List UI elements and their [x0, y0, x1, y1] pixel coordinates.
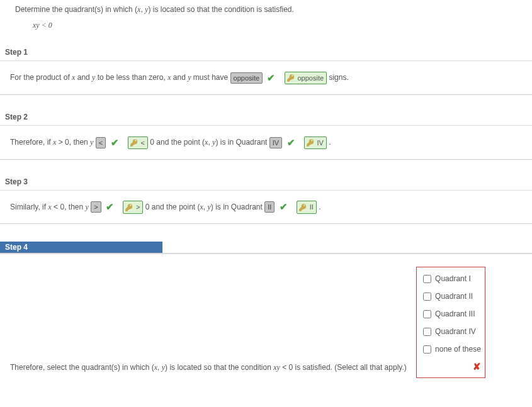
checkbox-quadrant-3[interactable] [423, 310, 431, 318]
key-icon [125, 203, 135, 213]
step2-answer1-key: < [128, 137, 148, 149]
option-quadrant-3[interactable]: Quadrant III [421, 305, 481, 323]
check-icon: ✔ [267, 70, 275, 86]
checkbox-quadrant-1[interactable] [423, 275, 431, 283]
check-icon: ✔ [280, 199, 288, 215]
option-label: Quadrant II [435, 289, 473, 304]
step-2-body: Therefore, if x > 0, then y < ✔ < 0 and … [0, 126, 532, 160]
step3-answer1-entered: > [91, 201, 101, 213]
option-quadrant-4[interactable]: Quadrant IV [421, 323, 481, 340]
step3-answer2-entered: II [264, 201, 274, 213]
key-icon [306, 138, 316, 148]
option-label: Quadrant IV [435, 324, 476, 339]
step-3-body: Similarly, if x < 0, then y > ✔ > 0 and … [0, 191, 532, 225]
option-quadrant-1[interactable]: Quadrant I [421, 270, 481, 287]
check-icon: ✔ [111, 135, 119, 150]
x-icon: ✘ [473, 361, 481, 372]
option-none[interactable]: none of these [421, 340, 481, 358]
step-1-heading: Step 1 [0, 48, 532, 61]
step3-answer1-key: > [123, 201, 143, 213]
step2-answer2-entered: IV [269, 137, 282, 148]
key-icon [286, 74, 297, 84]
prompt-text: Determine the quadrant(s) in which ( [15, 5, 137, 14]
check-icon: ✔ [106, 199, 114, 215]
option-quadrant-2[interactable]: Quadrant II [421, 287, 481, 305]
option-label: Quadrant III [435, 306, 475, 321]
incorrect-mark-row: ✘ [421, 358, 481, 375]
step3-answer2-key: II [297, 201, 317, 213]
step-1-body: For the product of x and y to be less th… [0, 61, 532, 95]
step-2: Step 2 Therefore, if x > 0, then y < ✔ <… [0, 113, 532, 160]
step-4-heading: Step 4 [0, 242, 162, 254]
option-label: none of these [435, 342, 481, 357]
checkbox-quadrant-4[interactable] [423, 328, 431, 336]
condition: xy < 0 [0, 14, 532, 30]
question-prompt: Determine the quadrant(s) in which (x, y… [0, 0, 532, 14]
step-3: Step 3 Similarly, if x < 0, then y > ✔ >… [0, 177, 532, 225]
step1-answer-key: opposite [285, 72, 327, 84]
key-icon [298, 203, 308, 213]
step-3-heading: Step 3 [0, 177, 532, 191]
step2-answer2-key: IV [304, 137, 327, 149]
key-icon [130, 138, 140, 148]
checkbox-none[interactable] [423, 345, 431, 354]
step-4-body: Therefore, select the quadrant(s) in whi… [0, 254, 532, 387]
answer-block: Quadrant I Quadrant II Quadrant III Quad… [416, 267, 485, 378]
checkbox-quadrant-2[interactable] [423, 293, 431, 301]
option-label: Quadrant I [435, 271, 471, 286]
step2-answer1-entered: < [96, 137, 106, 148]
step1-answer-entered: opposite [230, 72, 263, 84]
step-2-heading: Step 2 [0, 113, 532, 126]
check-icon: ✔ [287, 135, 295, 150]
step-1: Step 1 For the product of x and y to be … [0, 48, 532, 95]
step-4: Step 4 Therefore, select the quadrant(s)… [0, 242, 532, 387]
